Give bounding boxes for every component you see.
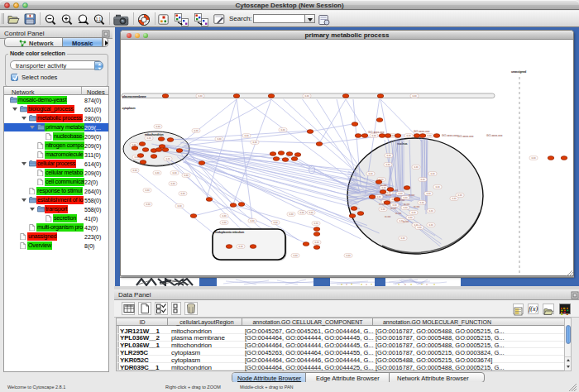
svg-text:1:1: 1:1 [96,17,102,22]
svg-text:xx-xxx: xx-xxx [390,208,397,210]
svg-text:xx-xxx: xx-xxx [380,184,387,187]
svg-text:x-xx: x-xx [417,226,422,229]
svg-text:x-xx: x-xx [428,209,433,213]
svg-text:x-xx: x-xx [194,129,199,132]
svg-text:GO-xxxx-xxx: GO-xxxx-xxx [486,134,503,137]
svg-text:x-xx: x-xx [289,213,294,216]
svg-text:x-xx: x-xx [250,219,255,222]
svg-text:x-xx: x-xx [457,194,462,197]
svg-text:x-xx: x-xx [452,197,457,200]
svg-text:x-xx: x-xx [411,211,416,214]
svg-text:x-xx: x-xx [299,211,304,214]
svg-text:GO-xxxx-xxx: GO-xxxx-xxx [368,131,385,134]
svg-text:x-xx: x-xx [406,134,411,137]
svg-text:x-xx: x-xx [198,94,203,98]
svg-text:xx-xxx: xx-xxx [404,203,410,206]
svg-text:x-xx: x-xx [155,171,160,174]
svg-text:GO-xxxx-xxx: GO-xxxx-xxx [414,130,430,133]
svg-text:x-xx: x-xx [244,134,249,137]
svg-text:x-xx: x-xx [414,165,419,169]
svg-text:x-xx: x-xx [368,172,373,175]
svg-text:x-xx: x-xx [392,203,397,207]
svg-text:x-xx: x-xx [371,134,376,137]
svg-text:x-xx: x-xx [156,125,160,128]
svg-text:GO-xxxx-xxx: GO-xxxx-xxx [457,135,474,138]
svg-text:x-xx: x-xx [408,216,413,219]
svg-text:GO-xxxx-xxx: GO-xxxx-xxx [442,134,458,137]
svg-text:x-xx: x-xx [398,192,403,195]
svg-text:endoplasmic reticulum: endoplasmic reticulum [215,231,244,234]
svg-text:x-xx: x-xx [180,192,185,195]
svg-text:x-xx: x-xx [376,195,381,198]
svg-text:x-xx: x-xx [403,206,408,209]
svg-text:xx-xxx: xx-xxx [414,206,420,208]
svg-text:xx-xxx: xx-xxx [403,221,409,223]
svg-text:x-xx: x-xx [145,189,150,192]
svg-text:x-xx: x-xx [293,254,298,257]
svg-text:x-xx: x-xx [435,185,440,189]
svg-text:x-xx: x-xx [386,154,391,157]
svg-text:xx-xxx: xx-xxx [409,194,415,197]
svg-text:x-xx: x-xx [380,208,385,211]
svg-text:x-xx: x-xx [531,156,536,160]
svg-text:x-xx: x-xx [428,223,433,227]
svg-text:unassigned: unassigned [511,70,526,74]
svg-text:x-xx: x-xx [146,136,151,140]
svg-text:x-xx: x-xx [430,172,435,175]
svg-text:x-xx: x-xx [217,137,222,141]
svg-text:plasma membrane: plasma membrane [122,95,146,98]
svg-text:x-xx: x-xx [313,222,318,225]
svg-text:x-xx: x-xx [177,204,182,208]
svg-text:x-xx: x-xx [385,163,390,166]
svg-text:xx-xxx: xx-xxx [385,216,391,218]
svg-text:x-xx: x-xx [184,174,189,177]
svg-text:x-xx: x-xx [170,182,175,185]
svg-text:x-xx: x-xx [273,221,278,224]
svg-text:x-xx: x-xx [132,169,137,172]
svg-text:xx-xxx: xx-xxx [395,213,402,215]
svg-text:x-xx: x-xx [419,201,424,204]
svg-text:x-xx: x-xx [252,141,257,144]
svg-text:x-xx: x-xx [222,214,227,218]
svg-text:x-xx: x-xx [426,192,431,195]
svg-text:x-xx: x-xx [280,128,285,131]
svg-text:x-xx: x-xx [146,203,151,206]
svg-text:x-xx: x-xx [304,94,309,98]
svg-text:x-xx: x-xx [420,178,425,181]
svg-text:x-xx: x-xx [172,171,177,174]
svg-text:x-xx: x-xx [427,134,432,137]
svg-text:cytoplasm: cytoplasm [122,107,136,110]
svg-text:x-xx: x-xx [165,157,170,160]
svg-text:xx-xxx: xx-xxx [385,194,392,197]
svg-text:x-xx: x-xx [346,254,351,257]
svg-text:x-xx: x-xx [222,221,227,224]
svg-text:x-xx: x-xx [238,245,243,248]
svg-text:x-xx: x-xx [400,237,405,240]
svg-text:x-xx: x-xx [412,94,417,98]
svg-text:x-xx: x-xx [314,241,319,244]
svg-text:x-xx: x-xx [309,211,313,214]
